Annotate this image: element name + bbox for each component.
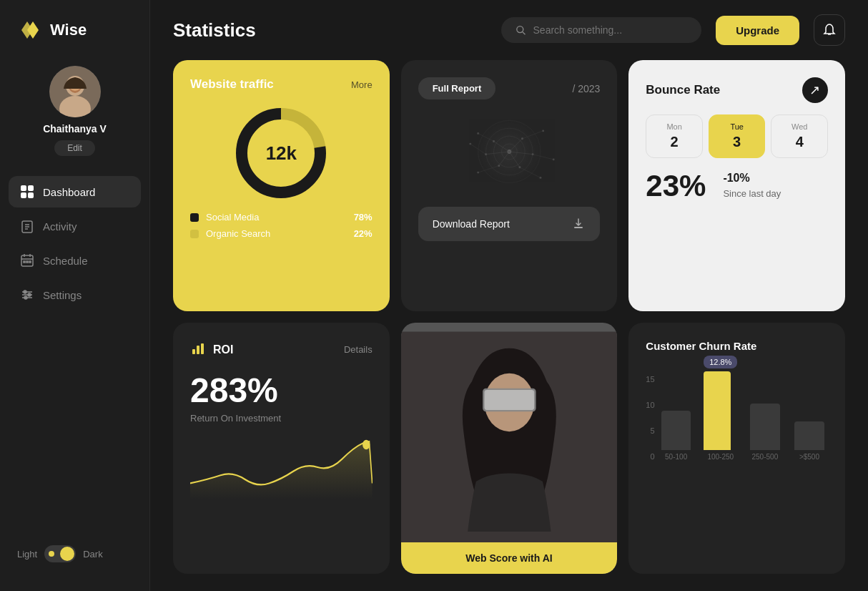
day-tue-label: Tue: [715, 122, 759, 131]
search-bar: [501, 17, 701, 43]
svg-rect-8: [28, 185, 34, 191]
donut-chart: 12k: [190, 103, 373, 203]
day-mon-num: 2: [652, 134, 696, 150]
sidebar-item-schedule[interactable]: Schedule: [9, 245, 141, 276]
day-selector: Mon 2 Tue 3 Wed 4: [646, 114, 828, 158]
day-wed-num: 4: [777, 134, 822, 150]
network-svg: [418, 105, 601, 198]
traffic-title: Website traffic: [190, 77, 274, 92]
legend-item-organic: Organic Search 22%: [190, 228, 373, 239]
bar-50-100: [661, 411, 691, 450]
svg-rect-66: [201, 343, 204, 354]
search-icon: [516, 24, 526, 36]
report-tab: Full Report: [418, 77, 496, 99]
sidebar-item-settings[interactable]: Settings: [9, 279, 141, 311]
upgrade-button[interactable]: Upgrade: [716, 16, 799, 45]
svg-marker-1: [27, 21, 39, 39]
churn-bar-500plus: >$500: [791, 421, 828, 461]
nav-menu: Dashboard Activity: [0, 176, 149, 534]
bounce-title: Bounce Rate: [646, 83, 720, 97]
header: Statistics Upgrade: [150, 0, 868, 60]
donut-wrapper: 12k: [231, 103, 331, 203]
legend-dot-organic: [190, 230, 199, 238]
bar-label-250-500: 250-500: [752, 453, 779, 461]
day-mon-label: Mon: [652, 122, 696, 131]
churn-title: Customer Churn Rate: [646, 340, 828, 352]
roi-details-link[interactable]: Details: [344, 344, 373, 355]
ai-card-label: Web Score with AI: [401, 542, 618, 574]
toggle-thumb: [60, 547, 74, 561]
user-section: Chaithanya V Edit: [0, 66, 149, 176]
theme-toggle: Light Dark: [0, 534, 149, 574]
churn-y-axis: 15 10 5 0: [646, 375, 657, 461]
bar-500plus: [794, 421, 824, 450]
settings-icon: [20, 288, 34, 302]
dashboard-grid: Website traffic More 12k Social Media 78…: [150, 60, 868, 591]
svg-rect-64: [192, 349, 195, 354]
full-report-header: Full Report / 2023: [418, 77, 601, 99]
y-0: 0: [646, 452, 654, 461]
svg-point-53: [552, 158, 554, 160]
day-wed-button[interactable]: Wed 4: [771, 114, 828, 158]
bar-label-500plus: >$500: [799, 453, 819, 461]
y-5: 5: [646, 426, 654, 435]
traffic-card-header: Website traffic More: [190, 77, 373, 92]
day-mon-button[interactable]: Mon 2: [646, 114, 703, 158]
churn-bars: 50-100 12.8% 100-250 250-500: [658, 375, 828, 461]
download-report-button[interactable]: Download Report: [418, 207, 601, 241]
bounce-arrow-button[interactable]: ↗: [802, 77, 828, 103]
dashboard-icon: [20, 185, 34, 199]
roi-chart-icon: [190, 340, 206, 359]
sidebar-item-activity[interactable]: Activity: [9, 210, 141, 242]
app-name: Wise: [50, 21, 87, 39]
roi-title: ROI: [213, 343, 233, 356]
main-content: Statistics Upgrade Website traffic More: [150, 0, 868, 591]
legend-label-organic: Organic Search: [206, 228, 347, 239]
ai-image-card: Web Score with AI: [401, 323, 618, 574]
svg-rect-9: [21, 192, 26, 198]
roi-card: ROI Details 283% Return On Investment: [173, 323, 390, 574]
svg-point-25: [24, 290, 26, 293]
light-label: Light: [17, 549, 37, 560]
svg-rect-65: [197, 346, 199, 354]
svg-rect-7: [21, 185, 26, 191]
edit-profile-button[interactable]: Edit: [54, 140, 95, 156]
page-title: Statistics: [173, 19, 487, 41]
svg-rect-21: [29, 261, 31, 263]
svg-point-26: [28, 293, 31, 296]
legend-value-organic: 22%: [354, 228, 373, 239]
traffic-more-link[interactable]: More: [351, 79, 373, 90]
full-report-card: Full Report / 2023: [401, 60, 618, 311]
churn-bar-50-100: 50-100: [658, 411, 695, 461]
network-pattern: [418, 105, 601, 198]
bar-100-250-wrapper: 12.8%: [704, 356, 737, 450]
bounce-card-header: Bounce Rate ↗: [646, 77, 828, 103]
sidebar-item-dashboard[interactable]: Dashboard: [9, 176, 141, 207]
sidebar-item-label: Settings: [43, 289, 82, 301]
bar-label-50-100: 50-100: [665, 453, 687, 461]
svg-point-28: [517, 26, 523, 33]
bounce-change-value: -10%: [723, 170, 781, 187]
y-10: 10: [646, 401, 654, 409]
sidebar-item-label: Dashboard: [43, 186, 95, 198]
roi-title-group: ROI: [190, 340, 233, 359]
sidebar-item-label: Activity: [43, 220, 77, 233]
wise-logo-icon: [17, 17, 43, 43]
bar-100-250: [704, 371, 731, 450]
churn-tooltip: 12.8%: [704, 356, 737, 368]
legend-value-social: 78%: [354, 212, 373, 223]
search-input[interactable]: [533, 24, 688, 36]
sidebar: Wise Chaithanya V Edit: [0, 0, 150, 591]
day-tue-button[interactable]: Tue 3: [709, 114, 766, 158]
bounce-rate-card: Bounce Rate ↗ Mon 2 Tue 3 Wed 4 23%: [628, 60, 845, 311]
ai-portrait-svg: [401, 323, 618, 574]
legend-item-social: Social Media 78%: [190, 212, 373, 223]
theme-toggle-switch[interactable]: [44, 545, 76, 562]
svg-rect-10: [28, 192, 34, 198]
schedule-icon: [20, 253, 34, 268]
svg-rect-19: [24, 261, 25, 263]
notification-bell-button[interactable]: [814, 14, 845, 46]
churn-chart-container: 15 10 5 0 50-100 12.8%: [646, 363, 828, 478]
svg-point-67: [363, 440, 370, 450]
bounce-change: -10% Since last day: [723, 170, 781, 201]
